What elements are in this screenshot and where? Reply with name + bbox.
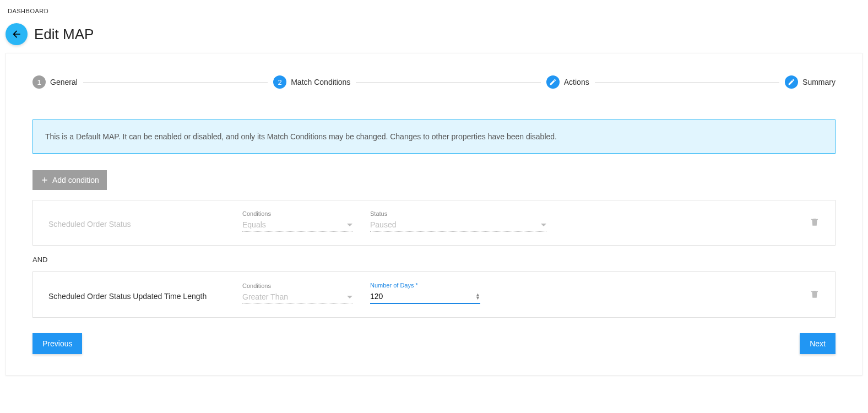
step-label: Match Conditions — [291, 78, 350, 86]
back-button[interactable] — [6, 23, 28, 45]
chevron-down-icon — [541, 224, 546, 226]
step-number-icon: 1 — [32, 75, 46, 89]
trash-icon — [810, 217, 820, 227]
field-label: Conditions — [242, 210, 352, 217]
step-connector — [83, 82, 268, 83]
number-of-days-field[interactable]: Number of Days * ▲▼ — [370, 282, 480, 304]
info-banner: This is a Default MAP. It can be enabled… — [32, 119, 836, 154]
edit-icon — [546, 75, 560, 89]
number-of-days-input[interactable] — [370, 292, 475, 301]
add-condition-label: Add condition — [52, 176, 99, 184]
step-general[interactable]: 1 General — [32, 75, 78, 89]
status-select[interactable]: Status Paused — [370, 210, 546, 232]
step-connector — [356, 82, 540, 83]
delete-condition-button[interactable] — [810, 289, 820, 301]
next-button[interactable]: Next — [800, 333, 836, 354]
select-value: Greater Than — [242, 292, 288, 301]
delete-condition-button[interactable] — [810, 217, 820, 229]
trash-icon — [810, 289, 820, 299]
wizard-footer: Previous Next — [32, 333, 836, 354]
select-value: Paused — [370, 220, 396, 229]
condition-name: Scheduled Order Status — [48, 220, 225, 232]
conditions-select[interactable]: Conditions Equals — [242, 210, 352, 232]
step-label: Actions — [564, 78, 589, 86]
condition-join-label: AND — [32, 256, 836, 264]
plus-icon — [40, 176, 49, 184]
step-label: Summary — [802, 78, 836, 86]
step-number-icon: 2 — [273, 75, 286, 89]
title-row: Edit MAP — [6, 20, 862, 53]
field-label: Number of Days * — [370, 282, 480, 289]
edit-icon — [785, 75, 798, 89]
stepper: 1 General 2 Match Conditions Actions Su — [32, 75, 836, 89]
step-actions[interactable]: Actions — [546, 75, 589, 89]
previous-button[interactable]: Previous — [32, 333, 82, 354]
arrow-left-icon — [11, 29, 22, 40]
conditions-select[interactable]: Conditions Greater Than — [242, 282, 352, 304]
breadcrumb[interactable]: DASHBOARD — [6, 6, 862, 20]
number-stepper-icon[interactable]: ▲▼ — [475, 293, 480, 300]
condition-name: Scheduled Order Status Updated Time Leng… — [48, 292, 225, 304]
wizard-card: 1 General 2 Match Conditions Actions Su — [6, 53, 862, 376]
chevron-down-icon — [347, 296, 352, 298]
step-connector — [595, 82, 779, 83]
chevron-down-icon — [347, 224, 352, 226]
field-label: Conditions — [242, 282, 352, 289]
add-condition-button[interactable]: Add condition — [32, 170, 107, 190]
field-label: Status — [370, 210, 546, 217]
select-value: Equals — [242, 220, 266, 229]
condition-row: Scheduled Order Status Conditions Equals… — [32, 200, 836, 246]
step-summary[interactable]: Summary — [785, 75, 836, 89]
condition-row: Scheduled Order Status Updated Time Leng… — [32, 271, 836, 318]
step-match-conditions[interactable]: 2 Match Conditions — [273, 75, 350, 89]
step-label: General — [50, 78, 78, 86]
page-title: Edit MAP — [34, 26, 94, 43]
